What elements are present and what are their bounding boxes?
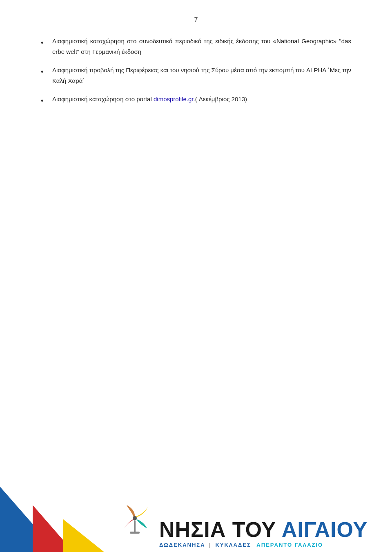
bullet-text-1: Διαφημιστική καταχώρηση στο συνοδευτικό … [52,36,351,57]
logo-tou: ΤΟΥ [232,518,282,541]
svg-rect-1 [134,520,136,532]
logo-sub-aperanto: ΑΠΕΡΑΝΤΟ ΓΑΛΑΖΙΟ [256,542,323,548]
bullet-text-2: Διαφημιστική προβολή της Περιφέρειας και… [52,65,351,86]
list-item: • Διαφημιστική καταχώρηση στο portal dim… [41,94,351,107]
logo-sub-separator1: | [209,542,214,548]
page-number: 7 [33,16,359,24]
logo-subtitle: ΔΩΔΕΚΑΝΗΣΑ | ΚΥΚΛΑΔΕΣ ΑΠΕΡΑΝΤΟ ΓΑΛΑΖΙΟ [159,542,392,548]
logo-sub-dodecanisa: ΔΩΔΕΚΑΝΗΣΑ [159,542,205,548]
yellow-triangle-shape [63,519,104,552]
footer-center-icon [114,487,155,552]
bullet-dot: • [41,66,49,78]
bullet-text-after: .( Δεκέμβριος 2013) [194,96,247,102]
list-item: • Διαφημιστική καταχώρηση στο συνοδευτικ… [41,36,351,57]
footer-left-shapes [0,487,114,552]
bullet-list: • Διαφημιστική καταχώρηση στο συνοδευτικ… [41,36,351,107]
svg-rect-2 [130,532,140,534]
bullet-dot: • [41,95,49,107]
page-container: 7 • Διαφημιστική καταχώρηση στο συνοδευτ… [0,0,392,552]
footer-right-text: ΝΗΣΙΑ ΤΟΥ ΑΙΓΑΙΟΥ ΔΩΔΕΚΑΝΗΣΑ | ΚΥΚΛΑΔΕΣ … [155,519,392,552]
list-item: • Διαφημιστική προβολή της Περιφέρειας κ… [41,65,351,86]
logo-aigaiou: ΑΙΓΑΙΟΥ [282,518,368,541]
portal-link[interactable]: dimosprofile.gr [154,96,194,102]
windmill-icon [118,501,151,538]
logo-main-text: ΝΗΣΙΑ ΤΟΥ ΑΙΓΑΙΟΥ [159,519,392,540]
bullet-text-before: Διαφημιστική καταχώρηση στο portal [52,96,154,102]
logo-nhsia: ΝΗΣΙΑ [159,518,232,541]
logo-sub-kyklades: ΚΥΚΛΑΔΕΣ [215,542,251,548]
content-area: • Διαφημιστική καταχώρηση στο συνοδευτικ… [33,36,359,107]
bullet-text-3: Διαφημιστική καταχώρηση στο portal dimos… [52,94,351,105]
bullet-dot: • [41,37,49,49]
svg-point-0 [133,516,137,520]
footer-logo: ΝΗΣΙΑ ΤΟΥ ΑΙΓΑΙΟΥ ΔΩΔΕΚΑΝΗΣΑ | ΚΥΚΛΑΔΕΣ … [0,487,392,552]
